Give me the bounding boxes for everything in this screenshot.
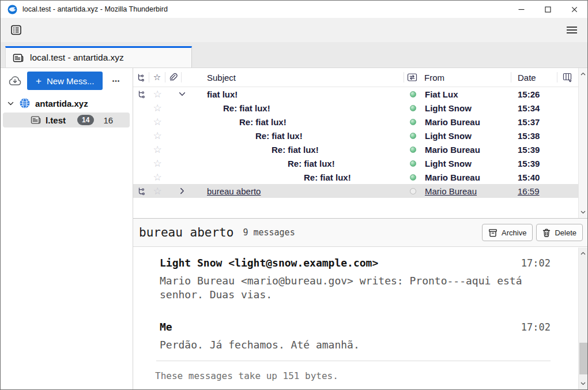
unread-dot-icon[interactable] <box>405 91 421 97</box>
delete-button[interactable]: Delete <box>536 224 583 241</box>
column-header-date[interactable]: Date <box>511 73 557 82</box>
archive-button[interactable]: Archive <box>482 224 533 241</box>
twisty-icon[interactable] <box>175 189 190 193</box>
twisty-icon[interactable] <box>175 92 190 96</box>
star-icon[interactable]: ☆ <box>149 185 165 197</box>
message-pane-header: bureau aberto 9 messages Archiv <box>133 219 587 247</box>
new-message-button[interactable]: + New Mess... <box>27 72 103 90</box>
unread-dot-icon[interactable] <box>405 160 421 167</box>
plus-icon: + <box>36 76 42 86</box>
subject-cell: bureau aberto <box>165 186 405 196</box>
tab-mail-folder[interactable]: local.test - antartida.xyz <box>5 46 192 68</box>
thread-message-count: 9 messages <box>243 227 295 238</box>
subject-text: Re: fiat lux! <box>239 117 287 127</box>
byte-size-note: These messages take up 151 bytes. <box>155 370 551 382</box>
attachment-column-icon[interactable] <box>165 73 181 82</box>
unread-dot-icon[interactable] <box>405 105 421 111</box>
star-icon[interactable]: ☆ <box>149 88 165 100</box>
message-time: 17:02 <box>521 256 551 270</box>
star-icon[interactable]: ☆ <box>149 130 165 142</box>
archive-label: Archive <box>502 228 526 237</box>
message-row[interactable]: ☆ Re: fiat lux! Mario Bureau 15:37 <box>133 115 587 129</box>
newspaper-icon <box>31 115 41 125</box>
minimize-button[interactable] <box>508 1 534 18</box>
spaces-mail-icon[interactable] <box>7 21 25 39</box>
star-icon[interactable]: ☆ <box>149 158 165 170</box>
date-text: 15:40 <box>511 172 557 182</box>
total-count: 16 <box>103 115 113 125</box>
message-row[interactable]: ☆ Re: fiat lux! Mario Bureau 15:40 <box>133 170 587 184</box>
message-time: 17:02 <box>521 320 551 334</box>
delete-label: Delete <box>555 228 576 237</box>
app-menu-icon[interactable] <box>563 21 581 39</box>
date-text: 15:38 <box>511 131 557 141</box>
scroll-up-icon[interactable] <box>581 252 586 255</box>
star-column-icon[interactable]: ☆ <box>149 72 165 82</box>
subject-cell: Re: fiat lux! <box>165 145 405 155</box>
thread-column-icon[interactable] <box>133 73 149 82</box>
message-pane-body: Light Snow <light@snow.example.com> 17:0… <box>133 247 587 389</box>
scroll-up-icon[interactable] <box>581 72 586 76</box>
star-icon[interactable]: ☆ <box>149 144 165 156</box>
sidebar-account-antartida[interactable]: antartida.xyz <box>1 95 133 112</box>
star-icon[interactable]: ☆ <box>149 116 165 128</box>
unread-dot-icon[interactable] <box>405 147 421 153</box>
message-item[interactable]: Me 17:02 Perdão. Já fechamos. Até amanhã… <box>160 320 551 352</box>
star-icon[interactable]: ☆ <box>149 102 165 114</box>
tab-label: local.test - antartida.xyz <box>30 52 124 63</box>
maximize-button[interactable] <box>534 1 561 18</box>
message-row[interactable]: ☆ Re: fiat lux! Mario Bureau 15:39 <box>133 142 587 156</box>
message-row[interactable]: ☆ Re: fiat lux! Light Snow 15:38 <box>133 129 587 142</box>
close-button[interactable] <box>561 1 587 18</box>
cloud-download-icon[interactable] <box>6 72 24 89</box>
unread-dot-icon[interactable] <box>405 188 421 194</box>
thread-icon <box>133 173 149 182</box>
thread-icon <box>133 90 149 99</box>
scroll-down-icon[interactable] <box>581 211 586 214</box>
message-body: Mario Bureau <mario@bureau.gov> writes: … <box>160 274 537 302</box>
from-text: Mario Bureau <box>421 145 511 155</box>
scrollbar-thumb[interactable] <box>579 343 587 374</box>
unread-dot-icon[interactable] <box>405 133 421 139</box>
sidebar-folder-ltest[interactable]: l.test 14 16 <box>3 112 130 127</box>
window-title: local.test - antartida.xyz - Mozilla Thu… <box>22 5 168 13</box>
message-sender: Light Snow <light@snow.example.com> <box>160 256 378 270</box>
message-row[interactable]: ☆ bureau aberto Mario Bureau 16:59 <box>133 184 587 198</box>
column-header-subject[interactable]: Subject <box>182 73 404 82</box>
thread-list-scrollbar[interactable] <box>578 68 587 218</box>
app-window: local.test - antartida.xyz - Mozilla Thu… <box>0 0 588 390</box>
trash-icon <box>542 228 551 237</box>
date-text: 15:39 <box>511 159 557 168</box>
archive-icon <box>488 228 497 237</box>
unread-dot-icon[interactable] <box>405 174 421 181</box>
newspaper-icon <box>13 53 24 63</box>
date-text: 15:39 <box>511 145 557 155</box>
new-message-label: New Mess... <box>47 76 95 86</box>
folder-sidebar: + New Mess... ••• antartida.xyz <box>1 68 133 389</box>
message-pane: bureau aberto 9 messages Archiv <box>133 219 587 389</box>
thread-list-header: ☆ Subject From Date <box>133 68 587 87</box>
from-text: Mario Bureau <box>421 117 511 127</box>
unread-count-badge: 14 <box>77 115 94 125</box>
main-toolbar <box>1 18 587 42</box>
more-options-icon[interactable]: ••• <box>108 74 123 87</box>
star-icon[interactable]: ☆ <box>149 171 165 183</box>
message-item[interactable]: Light Snow <light@snow.example.com> 17:0… <box>160 256 551 302</box>
column-header-from[interactable]: From <box>420 73 511 82</box>
scroll-down-icon[interactable] <box>581 382 586 385</box>
date-text: 16:59 <box>511 186 557 196</box>
from-text: Light Snow <box>421 103 511 113</box>
correspondents-column-icon[interactable] <box>404 73 420 82</box>
chevron-down-icon[interactable] <box>7 102 14 106</box>
thread-list-pane: ☆ Subject From Date <box>133 68 587 219</box>
thread-icon <box>133 145 149 154</box>
message-divider <box>156 361 551 361</box>
message-row[interactable]: ☆ Re: fiat lux! Light Snow 15:34 <box>133 101 587 115</box>
message-row[interactable]: ☆ fiat lux! Fiat Lux 15:26 <box>133 87 587 101</box>
from-text: Mario Bureau <box>421 172 511 182</box>
message-pane-scrollbar[interactable] <box>578 247 587 389</box>
message-row[interactable]: ☆ Re: fiat lux! Light Snow 15:39 <box>133 156 587 170</box>
column-picker-icon[interactable] <box>557 73 578 82</box>
thread-icon <box>133 187 149 196</box>
unread-dot-icon[interactable] <box>405 119 421 125</box>
